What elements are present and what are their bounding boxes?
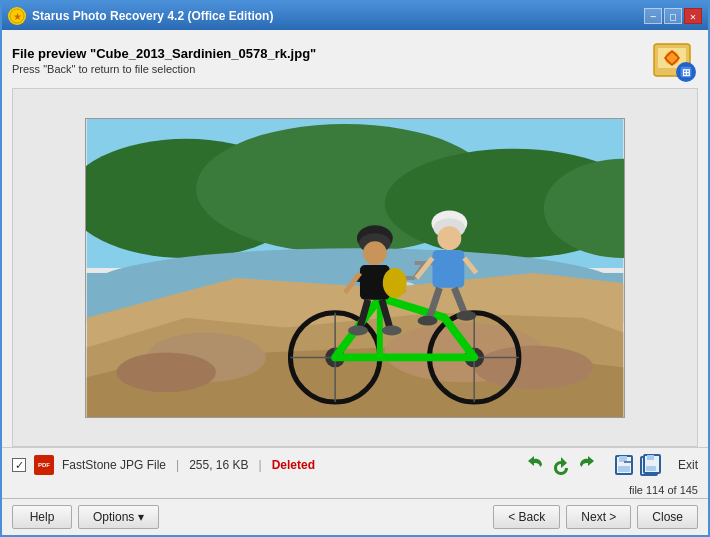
svg-point-25 <box>474 345 593 389</box>
recover-next-icon[interactable] <box>576 454 598 476</box>
svg-rect-71 <box>647 455 654 460</box>
save-file-icon[interactable] <box>614 454 636 476</box>
svg-point-23 <box>117 352 216 392</box>
header-area: File preview "Cube_2013_Sardinien_0578_r… <box>2 30 708 88</box>
bottom-bar: Help Options ▾ < Back Next > Close <box>2 498 708 535</box>
header-text: File preview "Cube_2013_Sardinien_0578_r… <box>12 46 316 75</box>
close-button[interactable]: ✕ <box>684 8 702 24</box>
svg-point-52 <box>348 325 368 335</box>
svg-point-53 <box>382 325 402 335</box>
svg-point-64 <box>456 310 476 320</box>
file-info-bar: ✓ PDF FastStone JPG File | 255, 16 KB | … <box>2 447 708 482</box>
svg-text:★: ★ <box>13 11 22 22</box>
main-window: ★ Starus Photo Recovery 4.2 (Office Edit… <box>0 0 710 537</box>
photo-preview-image <box>85 118 625 418</box>
content-area: File preview "Cube_2013_Sardinien_0578_r… <box>2 30 708 535</box>
maximize-button[interactable]: □ <box>664 8 682 24</box>
photo-preview-container <box>12 88 698 447</box>
recover-prev-icon[interactable] <box>524 454 546 476</box>
dropdown-arrow-icon: ▾ <box>138 510 144 524</box>
save-all-icon[interactable] <box>640 454 662 476</box>
svg-point-54 <box>383 268 407 298</box>
svg-point-46 <box>363 241 387 265</box>
svg-point-63 <box>418 315 438 325</box>
help-button[interactable]: Help <box>12 505 72 529</box>
exit-button[interactable]: Exit <box>678 458 698 472</box>
options-button[interactable]: Options ▾ <box>78 505 159 529</box>
file-type-label: FastStone JPG File <box>62 458 166 472</box>
back-hint: Press "Back" to return to file selection <box>12 63 316 75</box>
options-label: Options <box>93 510 134 524</box>
recover-current-icon[interactable] <box>550 454 572 476</box>
svg-rect-67 <box>618 466 630 472</box>
title-buttons: − □ ✕ <box>644 8 702 24</box>
app-logo: + ⊞ <box>650 36 698 84</box>
svg-point-4 <box>665 51 679 65</box>
svg-rect-58 <box>432 250 464 288</box>
file-preview-title: File preview "Cube_2013_Sardinien_0578_r… <box>12 46 316 61</box>
recover-icons <box>524 454 598 476</box>
close-button-bottom[interactable]: Close <box>637 505 698 529</box>
svg-rect-66 <box>619 456 627 462</box>
file-counter: file 114 of 145 <box>2 482 708 498</box>
window-title: Starus Photo Recovery 4.2 (Office Editio… <box>32 9 273 23</box>
file-checkbox[interactable]: ✓ <box>12 458 26 472</box>
separator-1: | <box>176 458 179 472</box>
file-status: Deleted <box>272 458 315 472</box>
separator-2: | <box>259 458 262 472</box>
minimize-button[interactable]: − <box>644 8 662 24</box>
app-icon: ★ <box>8 7 26 25</box>
file-counter-text: file 114 of 145 <box>629 484 698 496</box>
file-size: 255, 16 KB <box>189 458 248 472</box>
title-bar-left: ★ Starus Photo Recovery 4.2 (Office Edit… <box>8 7 273 25</box>
svg-point-57 <box>437 226 461 250</box>
title-bar: ★ Starus Photo Recovery 4.2 (Office Edit… <box>2 2 708 30</box>
svg-text:⊞: ⊞ <box>682 67 690 78</box>
next-button[interactable]: Next > <box>566 505 631 529</box>
back-button[interactable]: < Back <box>493 505 560 529</box>
save-icons <box>614 454 662 476</box>
file-type-icon: PDF <box>34 455 54 475</box>
svg-rect-72 <box>646 466 656 471</box>
